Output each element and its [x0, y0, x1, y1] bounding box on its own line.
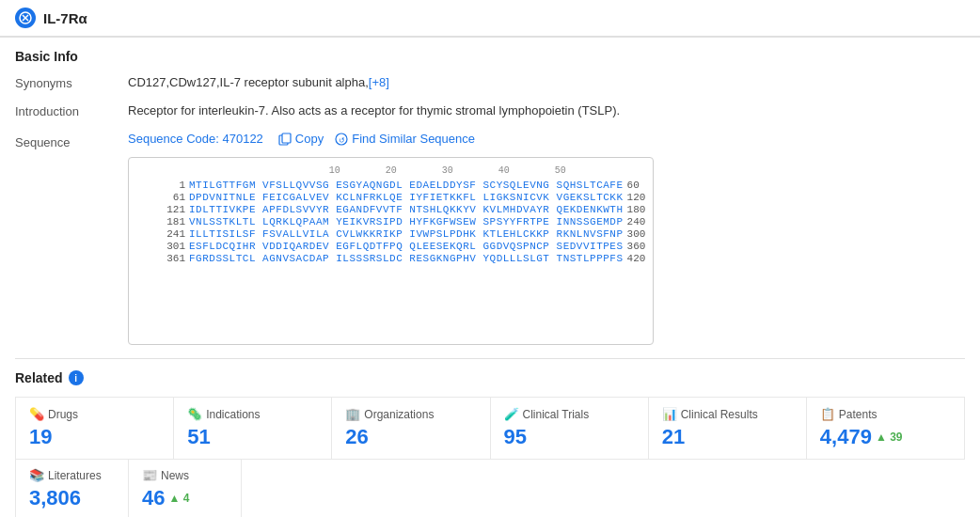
stat-value: 3,806 [29, 486, 115, 510]
sequence-data-row: 361FGRDSSLTCL AGNVSACDAP ILSSSRSLDC RESG… [136, 253, 645, 264]
stat-label: 📋 Patents [820, 407, 951, 421]
stat-icon: 🦠 [187, 407, 202, 421]
stats-row-1: 💊 Drugs 19 🦠 Indications 51 🏢 Organizati… [15, 397, 965, 460]
stat-icon: 📚 [29, 468, 44, 482]
related-title: Related i [15, 370, 965, 385]
sequence-box[interactable]: 10 20 30 40 50 1MTILGTTFGM VFSLLQVVSG ES… [128, 157, 654, 345]
main-content: Basic Info Synonyms CD127,CDw127,IL-7 re… [0, 38, 980, 517]
stat-cell: 📰 News 46▲ 4 [129, 459, 242, 517]
basic-info-title: Basic Info [15, 49, 965, 64]
page-header: IL-7Rα [0, 0, 980, 37]
find-similar-button[interactable]: ↺ Find Similar Sequence [335, 132, 475, 146]
stat-value: 21 [662, 425, 793, 449]
synonyms-label: Synonyms [15, 75, 128, 90]
sequence-actions: Copy ↺ Find Similar Sequence [278, 132, 475, 146]
stat-value: 46▲ 4 [142, 486, 228, 510]
sequence-data-row: 121IDLTTIVKPE APFDLSVVYR EGANDFVVTF NTSH… [136, 204, 645, 215]
introduction-label: Introduction [15, 103, 128, 118]
stat-value: 51 [187, 425, 318, 449]
sequence-header: Sequence Code: 470122 Copy ↺ [128, 132, 475, 146]
stat-cell: 🦠 Indications 51 [174, 398, 332, 460]
stat-label: 🏢 Organizations [345, 407, 476, 421]
stat-value: 95 [504, 425, 635, 449]
stat-label: 📰 News [142, 468, 228, 482]
stat-icon: 📰 [142, 468, 157, 482]
stat-label: 📚 Literatures [29, 468, 115, 482]
copy-button[interactable]: Copy [278, 132, 324, 146]
stat-label: 💊 Drugs [29, 407, 160, 421]
stat-value: 26 [345, 425, 476, 449]
sequence-ruler: 10 20 30 40 50 [136, 165, 645, 176]
stat-label: 🧪 Clinical Trials [504, 407, 635, 421]
stat-icon: 🏢 [345, 407, 360, 421]
find-similar-icon: ↺ [335, 133, 348, 146]
related-info-icon[interactable]: i [69, 370, 84, 385]
synonyms-row: Synonyms CD127,CDw127,IL-7 receptor subu… [15, 75, 965, 90]
page-title: IL-7Rα [43, 10, 87, 26]
introduction-value: Receptor for interleukin-7. Also acts as… [128, 103, 965, 118]
sequence-data-row: 1MTILGTTFGM VFSLLQVVSG ESGYAQNGDL EDAELD… [136, 180, 645, 191]
stat-value: 4,479▲ 39 [820, 425, 951, 449]
stat-delta: ▲ 39 [876, 431, 903, 444]
stat-icon: 💊 [29, 407, 44, 421]
stat-icon: 📋 [820, 407, 835, 421]
sequence-rows: 1MTILGTTFGM VFSLLQVVSG ESGYAQNGDL EDAELD… [136, 180, 645, 264]
gene-icon [15, 8, 36, 28]
synonyms-more-link[interactable]: [+8] [369, 75, 389, 89]
introduction-row: Introduction Receptor for interleukin-7.… [15, 103, 965, 118]
stat-cell: 🧪 Clinical Trials 95 [491, 398, 649, 460]
stat-cell: 📊 Clinical Results 21 [649, 398, 807, 460]
sequence-code-link[interactable]: Sequence Code: 470122 [128, 132, 263, 146]
stats-row-2: 📚 Literatures 3,806 📰 News 46▲ 4 [15, 459, 965, 517]
stat-icon: 📊 [662, 407, 677, 421]
sequence-data-row: 301ESFLDCQIHR VDDIQARDEV EGFLQDTFPQ QLEE… [136, 241, 645, 252]
stat-label: 🦠 Indications [187, 407, 318, 421]
stat-cell: 📚 Literatures 3,806 [16, 459, 129, 517]
synonyms-value: CD127,CDw127,IL-7 receptor subunit alpha… [128, 75, 965, 89]
stat-value: 19 [29, 425, 160, 449]
related-section: Related i 💊 Drugs 19 🦠 Indications 51 🏢 [15, 358, 965, 517]
svg-text:↺: ↺ [339, 135, 345, 144]
sequence-data-row: 181VNLSSTKLTL LQRKLQPAAM YEIKVRSIPD HYFK… [136, 216, 645, 227]
stat-cell: 💊 Drugs 19 [16, 398, 174, 460]
sequence-label: Sequence [15, 134, 128, 149]
stat-delta: ▲ 4 [168, 492, 189, 505]
stat-cell: 📋 Patents 4,479▲ 39 [807, 398, 965, 460]
svg-rect-4 [282, 133, 291, 143]
sequence-data-row: 241ILLTΙSILSF FSVALLVILA CVLWKKRIKP IVWP… [136, 228, 645, 240]
stat-cell: 🏢 Organizations 26 [332, 398, 490, 460]
stat-label: 📊 Clinical Results [662, 407, 793, 421]
sequence-row: Sequence Sequence Code: 470122 Copy [15, 132, 965, 345]
sequence-data-row: 61DPDVNITNLE FEICGALVEV KCLNFRKLQE IYFIE… [136, 192, 645, 203]
copy-icon [278, 133, 292, 146]
stat-icon: 🧪 [504, 407, 519, 421]
